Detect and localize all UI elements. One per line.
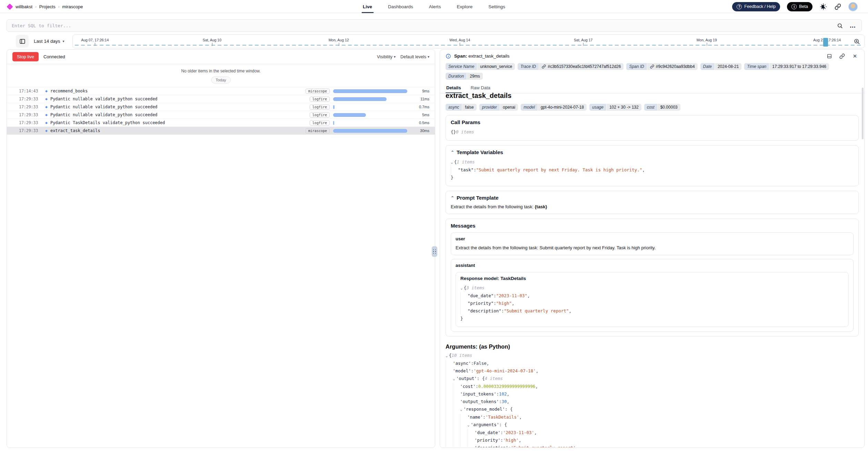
code-segment: , [487,360,489,367]
feedback-help-label: Feedback / Help [744,4,776,9]
span-meta-badge-label: Span ID [626,63,647,70]
timeline-selection[interactable] [823,38,828,47]
indent-guide [467,444,475,447]
span-attribute-badge: provideropenai [479,104,518,111]
code-segment: "task" [458,166,473,174]
expand-caret-icon[interactable]: ⌄ [460,406,462,413]
breadcrumb-item[interactable]: Projects [39,4,56,9]
theme-toggle-icon[interactable] [819,3,827,10]
nav-tab-explore[interactable]: Explore [457,0,472,13]
feedback-help-button[interactable]: ? Feedback / Help [732,2,780,11]
arguments-line: 'cost': 0.00003329999999999996, [446,383,859,390]
assistant-message: assistant Response model: TaskDetails ⌄{… [451,259,854,332]
trace-source-tag: logfire [310,104,330,110]
span-meta-badge-value[interactable]: #9c942620aa93dbb4 [647,63,698,70]
copy-link-icon[interactable] [838,52,846,60]
nav-tab-settings[interactable]: Settings [488,0,505,13]
default-levels-dropdown[interactable]: Default levels▾ [400,54,429,59]
link-icon [542,64,546,69]
nav-tab-alerts[interactable]: Alerts [429,0,441,13]
trace-timestamp: 17:29:33 [19,97,45,101]
live-view-panel: Stop live Connected Visibility▾ Default … [7,49,435,448]
nav-tab-dashboards[interactable]: Dashboards [388,0,413,13]
indent-guide [453,413,460,421]
code-segment: , [519,437,521,444]
span-attribute-badge-value: 102 + 30 -> 132 [607,104,641,111]
response-model-line: "priority": "high", [460,300,844,307]
expand-caret-icon[interactable]: ⌄ [467,421,470,429]
span-attribute-badge-label: provider [479,104,500,111]
nav-tab-live[interactable]: Live [363,0,372,13]
trace-name: Pydantic nullable validate_python succee… [50,97,310,101]
zoom-in-icon[interactable] [854,38,860,45]
breadcrumb-item[interactable]: willbakst [16,4,32,9]
trace-list-item[interactable]: 17:29:33◆Pydantic nullable validate_pyth… [7,111,435,119]
code-segment: 'Submit quarterly report' [511,444,576,447]
code-segment: "2023-11-03" [496,292,527,300]
expand-caret-icon[interactable]: ⌄ [453,375,455,383]
sql-filter-input[interactable]: Enter SQL to filter... … [7,19,862,32]
close-icon[interactable]: ✕ [851,52,859,60]
span-meta-badge-value: 29ms [467,73,482,80]
span-meta-badge-value[interactable]: #c3b5157330ea5c1fd4572747af512d26 [539,63,623,70]
indent-guide [453,444,460,447]
main-nav: LiveDashboardsAlertsExploreSettings [363,0,505,13]
collapse-icon[interactable]: ⌃ [451,196,454,200]
trace-list-item[interactable]: 17:29:33◆Pydantic TaskDetails validate_p… [7,119,435,127]
timeline-tick: Aug 07, 17:26:14 [81,38,109,42]
code-segment: 'high' [503,437,519,444]
trace-list-item[interactable]: 17:29:33◆Pydantic nullable validate_pyth… [7,103,435,111]
trace-list-item[interactable]: 17:29:33◆extract_task_detailsmirascope30… [7,127,435,135]
span-diamond-icon: ◆ [45,105,48,109]
breadcrumb: willbakst›Projects›mirascope [8,0,83,13]
trace-source-tag: logfire [310,120,330,126]
trace-list-item[interactable]: 17:14:43◆recommend_booksmirascope9ms [7,87,435,95]
stop-live-button[interactable]: Stop live [12,52,39,61]
breadcrumb-item[interactable]: mirascope [62,4,83,9]
trace-name: Pydantic TaskDetails validate_python suc… [50,120,310,125]
span-attribute-badge: cost$0.00003 [644,104,680,111]
trace-list-item[interactable]: 17:29:33◆Pydantic nullable validate_pyth… [7,95,435,103]
trace-duration: 11ms [411,97,429,101]
scrollbar-thumb[interactable] [862,88,864,139]
collapse-icon[interactable]: ⌃ [451,150,454,155]
code-segment: : { [499,421,507,429]
trace-timestamp: 17:29:33 [19,128,45,133]
code-segment: 3 items [466,284,485,292]
more-options-icon[interactable]: … [849,22,857,29]
indent-guide [446,421,453,429]
search-icon[interactable] [836,22,844,29]
expand-caret-icon[interactable]: ⌄ [460,284,463,292]
code-segment: , [507,390,509,398]
trace-duration: 30ms [411,129,429,133]
indent-guide [460,307,468,315]
time-range-selector[interactable]: Last 14 days ▾ [34,35,64,48]
beta-button[interactable]: i Beta [787,2,812,11]
expand-caret-icon[interactable]: ⌄ [446,352,448,360]
duration-bar-track [333,121,407,125]
trace-timestamp: 17:14:43 [19,89,45,93]
logfire-logo-icon[interactable] [7,3,13,10]
sidebar-toggle-button[interactable] [16,35,29,48]
visibility-dropdown[interactable]: Visibility▾ [377,54,396,59]
timeline-chart[interactable]: Aug 07, 17:26:14Sat, Aug 10Mon, Aug 12We… [72,34,865,48]
user-avatar[interactable] [848,2,858,11]
expand-caret-icon[interactable]: ⌄ [451,159,453,166]
span-meta-badge-label: Date [700,63,715,70]
code-segment: { [449,352,452,359]
duration-bar-track [333,105,407,109]
code-segment: , [534,429,537,437]
dock-panel-icon[interactable] [826,52,833,60]
today-badge[interactable]: Today [211,77,231,83]
code-segment: {} [451,128,456,136]
panel-resize-handle[interactable] [432,246,437,257]
code-segment: : [496,390,499,398]
code-segment: 'async' [453,360,471,367]
code-segment: : [471,360,474,367]
top-bar: willbakst›Projects›mirascope LiveDashboa… [0,0,868,13]
share-link-icon[interactable] [834,3,841,10]
indent-guide [460,444,467,447]
span-meta-badge-label: Trace ID [518,63,539,70]
arguments-line: 'due_date': '2023-11-03', [446,429,859,437]
response-model-line: ⌄{ 3 items [460,284,844,292]
